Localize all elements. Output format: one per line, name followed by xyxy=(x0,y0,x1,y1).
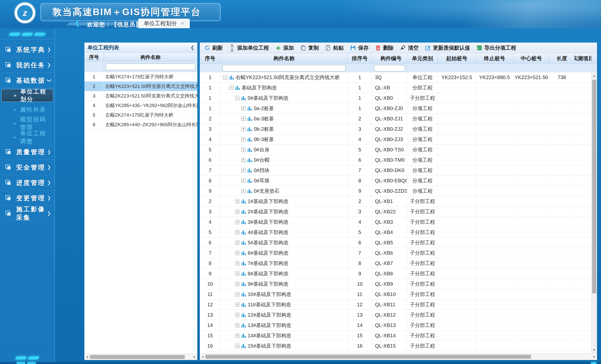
table-row[interactable]: 1+0a-2桩基1QL-XB0-ZJ0分项工程 xyxy=(200,103,591,114)
expand-node-icon[interactable]: + xyxy=(235,230,240,235)
table-row[interactable]: 2+0a-3桩基2QL-XB0-ZJ1分项工程 xyxy=(200,114,591,124)
scroll-up-icon[interactable]: ▴ xyxy=(591,73,597,79)
table-row[interactable]: 13+12#基础及下部构造13QL-XB12子分部工程 xyxy=(200,310,591,320)
table-row[interactable]: 1−0#基础及下部构造1QL-XB0子分部工程 xyxy=(200,93,591,103)
table-row[interactable]: 15+14#基础及下部构造15QL-XB14子分部工程 xyxy=(200,330,591,341)
table-row[interactable]: 9+8#基础及下部构造9QL-XB8子分部工程 xyxy=(200,269,591,279)
sidebar-item-质量管理[interactable]: 质量管理❯ xyxy=(0,144,54,160)
expand-node-icon[interactable]: + xyxy=(235,323,240,327)
table-row[interactable]: 1−右幅YK223+521.50阿克塞分离式立交跨线大桥13Q单位工程YK223… xyxy=(200,72,591,83)
table-row[interactable]: 8+7#基础及下部构造8QL-XB7子分部工程 xyxy=(200,258,591,269)
expand-node-icon[interactable]: + xyxy=(235,220,240,224)
table-row[interactable]: 12+11#基础及下部构造12QL-XB11子分部工程 xyxy=(200,300,591,310)
collapse-node-icon[interactable]: − xyxy=(229,85,234,90)
expand-node-icon[interactable]: + xyxy=(235,251,240,255)
删除-button[interactable]: 删除 xyxy=(372,44,396,52)
sidebar-collapse-icon[interactable]: ❮ xyxy=(75,20,80,26)
table-row[interactable]: 3+2#基础及下部构造3QL-XB22子分部工程 xyxy=(200,207,591,217)
table-row[interactable]: 3+0b-2桩基3QL-XB0-ZJ2分项工程 xyxy=(200,124,591,134)
sidebar-item-施工影像采集[interactable]: 施工影像采集❯ xyxy=(0,206,54,221)
复制-button[interactable]: 复制 xyxy=(297,44,321,52)
sidebar-item-系统字典[interactable]: 系统字典❯ xyxy=(0,42,54,57)
导出分项工程-button[interactable]: x﹗导出分项工程 xyxy=(473,44,519,52)
sidebar-subitem-属性补录[interactable]: ➤属性补录 xyxy=(0,103,54,117)
scroll-right-icon[interactable]: ▸ xyxy=(591,354,597,360)
list-item[interactable]: 5左幅ZK274+175红崖子沟特大桥 xyxy=(84,110,197,120)
更新质保默认值-button[interactable]: 更新质保默认值 xyxy=(422,44,472,52)
expand-node-icon[interactable]: + xyxy=(235,209,240,214)
添加单位工程-button[interactable]: 土土添加单位工程 xyxy=(226,44,271,52)
name-filter-input[interactable] xyxy=(223,65,345,72)
添加-button[interactable]: +添加 xyxy=(272,44,296,52)
panel-collapse-icon[interactable]: ❮ xyxy=(191,45,194,50)
expand-node-icon[interactable]: + xyxy=(241,147,246,152)
expand-node-icon[interactable]: + xyxy=(235,333,240,338)
expand-node-icon[interactable]: + xyxy=(235,344,240,348)
table-row[interactable]: 14+13#基础及下部构造14QL-XB13子分部工程 xyxy=(200,320,591,330)
expand-node-icon[interactable]: + xyxy=(241,106,246,111)
table-row[interactable]: 4+0b-3桩基4QL-XB0-ZJ3分项工程 xyxy=(200,134,591,145)
sidebar-item-变更管理[interactable]: 变更管理❯ xyxy=(0,190,54,206)
scrollbar-thumb[interactable] xyxy=(592,80,596,293)
table-row[interactable]: 5+0#台身5QL-XB0-TS0分项工程 xyxy=(200,145,591,155)
table-row[interactable]: 8+0#耳墙8QL-XB0-EBQ0分项工程 xyxy=(200,176,591,186)
table-row[interactable]: 9+0#支座垫石9QL-XB0-ZZDS0分项工程 xyxy=(200,186,591,196)
sidebar-item-基础数据[interactable]: 基础数据❯ xyxy=(0,73,54,88)
scroll-left-icon[interactable]: ◂ xyxy=(84,354,90,360)
main-horizontal-scrollbar[interactable]: ◂ ▸ xyxy=(200,353,597,360)
expand-node-icon[interactable]: + xyxy=(235,292,240,296)
table-row[interactable]: 11+10#基础及下部构造11QL-XB10子分部工程 xyxy=(200,289,591,300)
list-item[interactable]: 3左幅ZK223+521.50阿克塞分离式立交跨线大桥 xyxy=(84,91,197,101)
scroll-right-icon[interactable]: ▸ xyxy=(192,354,197,360)
vertical-scrollbar[interactable]: ▴ ▾ xyxy=(591,72,597,353)
table-row[interactable]: 16+15#基础及下部构造16QL-XB15子分部工程 xyxy=(200,341,591,351)
table-row[interactable]: 7+6#基础及下部构造7QL-XB6子分部工程 xyxy=(200,248,591,258)
expand-node-icon[interactable]: + xyxy=(241,127,246,131)
code-filter-input[interactable] xyxy=(374,65,405,72)
scrollbar-thumb[interactable] xyxy=(205,355,531,359)
expand-node-icon[interactable]: + xyxy=(235,271,240,276)
expand-node-icon[interactable]: + xyxy=(235,240,240,245)
sidebar-subitem-单位工程划分[interactable]: ➤单位工程划分 xyxy=(2,89,53,102)
expand-node-icon[interactable]: + xyxy=(235,302,240,307)
sidebar-item-我的任务[interactable]: 我的任务❯ xyxy=(0,57,54,73)
scrollbar-thumb[interactable] xyxy=(90,355,185,359)
sidebar-subitem-单位工程调整[interactable]: ➤单位工程调整 xyxy=(0,130,54,144)
刷新-button[interactable]: 刷新 xyxy=(201,44,225,52)
table-row[interactable]: 6+5#基础及下部构造6QL-XB5子分部工程 xyxy=(200,238,591,248)
sidebar-item-安全管理[interactable]: 安全管理❯ xyxy=(0,160,54,175)
tab-close-icon[interactable]: × xyxy=(181,21,184,26)
expand-node-icon[interactable]: + xyxy=(235,199,240,204)
expand-node-icon[interactable]: + xyxy=(241,189,246,193)
expand-node-icon[interactable]: + xyxy=(241,178,246,183)
expand-node-icon[interactable]: + xyxy=(241,158,246,162)
list-item[interactable]: 1右幅YK274+175红崖子沟特大桥 xyxy=(84,72,197,82)
scroll-down-icon[interactable]: ▾ xyxy=(591,347,597,353)
collapse-node-icon[interactable]: − xyxy=(223,75,228,80)
list-item[interactable]: 6左幅ZK285+440~ZK292+965阿尔金山特长隧道 xyxy=(84,120,197,129)
table-row[interactable]: 6+0#台帽6QL-XB0-TM0分项工程 xyxy=(200,155,591,165)
sidebar-item-进度管理[interactable]: 进度管理❯ xyxy=(0,175,54,190)
expand-node-icon[interactable]: + xyxy=(235,313,240,317)
tab-unit-project-division[interactable]: 单位工程划分 × xyxy=(138,19,190,28)
left-name-filter-input[interactable] xyxy=(106,63,195,70)
sidebar-subitem-模型挂码管理[interactable]: ➤模型挂码管理 xyxy=(0,117,54,130)
清空-button[interactable]: 清空 xyxy=(397,44,421,52)
table-row[interactable]: 5+4#基础及下部构造5QL-XB4子分部工程 xyxy=(200,227,591,238)
table-row[interactable]: 10+9#基础及下部构造10QL-XB9子分部工程 xyxy=(200,279,591,289)
table-row[interactable]: 7+0#挡块7QL-XB0-DK0分项工程 xyxy=(200,165,591,176)
list-item[interactable]: 4右幅YK285+435~YK292+962阿尔金山特长隧道 xyxy=(84,101,197,110)
粘贴-button[interactable]: 粘贴 xyxy=(322,44,346,52)
table-row[interactable]: 1−基础及下部构造1QL-XB分部工程 xyxy=(200,83,591,93)
expand-node-icon[interactable]: + xyxy=(241,168,246,173)
collapse-node-icon[interactable]: − xyxy=(235,96,240,100)
scroll-left-icon[interactable]: ◂ xyxy=(200,354,205,360)
expand-node-icon[interactable]: + xyxy=(241,116,246,121)
left-panel-horizontal-scrollbar[interactable]: ◂ ▸ xyxy=(84,354,197,360)
保存-button[interactable]: 保存 xyxy=(347,44,371,52)
table-row[interactable]: 4+3#基础及下部构造4QL-XB3子分部工程 xyxy=(200,217,591,227)
expand-node-icon[interactable]: + xyxy=(241,137,246,142)
expand-node-icon[interactable]: + xyxy=(235,261,240,266)
expand-node-icon[interactable]: + xyxy=(235,282,240,286)
table-row[interactable]: 2+1#基础及下部构造2QL-XB1子分部工程 xyxy=(200,196,591,207)
